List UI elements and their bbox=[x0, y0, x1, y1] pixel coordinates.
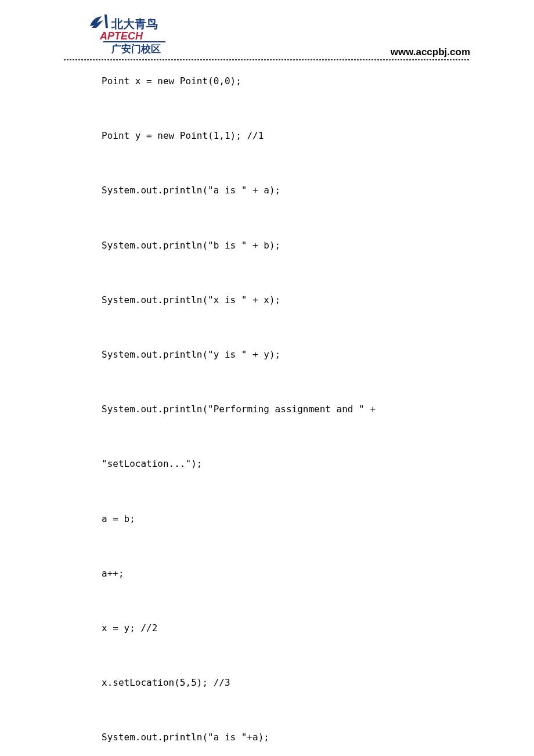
logo-text-brand: APTECH bbox=[99, 30, 143, 42]
code-line: System.out.println("Performing assignmen… bbox=[102, 404, 470, 415]
page-header: 北大青鸟 APTECH 广安门校区 www.accpbj.com bbox=[0, 0, 534, 61]
code-line: System.out.println("y is " + y); bbox=[102, 349, 470, 360]
code-line: x.setLocation(5,5); //3 bbox=[102, 677, 470, 688]
code-line: Point x = new Point(0,0); bbox=[102, 75, 470, 87]
code-line: System.out.println("x is " + x); bbox=[102, 294, 470, 305]
header-url: www.accpbj.com bbox=[391, 46, 470, 58]
logo-text-bottom: 广安门校区 bbox=[111, 44, 161, 55]
code-line: "setLocation..."); bbox=[102, 458, 470, 469]
code-content: Point x = new Point(0,0); Point y = new … bbox=[102, 75, 470, 756]
code-line: a = b; bbox=[102, 513, 470, 524]
code-line: x = y; //2 bbox=[102, 622, 470, 633]
logo-text-top: 北大青鸟 bbox=[111, 17, 158, 30]
code-line: System.out.println("a is " + a); bbox=[102, 185, 470, 196]
code-line: System.out.println("a is "+a); bbox=[102, 732, 470, 743]
code-line: a++; bbox=[102, 568, 470, 579]
header-divider bbox=[64, 59, 470, 60]
code-line: Point y = new Point(1,1); //1 bbox=[102, 130, 470, 141]
company-logo: 北大青鸟 APTECH 广安门校区 bbox=[87, 12, 168, 55]
code-line: System.out.println("b is " + b); bbox=[102, 240, 470, 251]
